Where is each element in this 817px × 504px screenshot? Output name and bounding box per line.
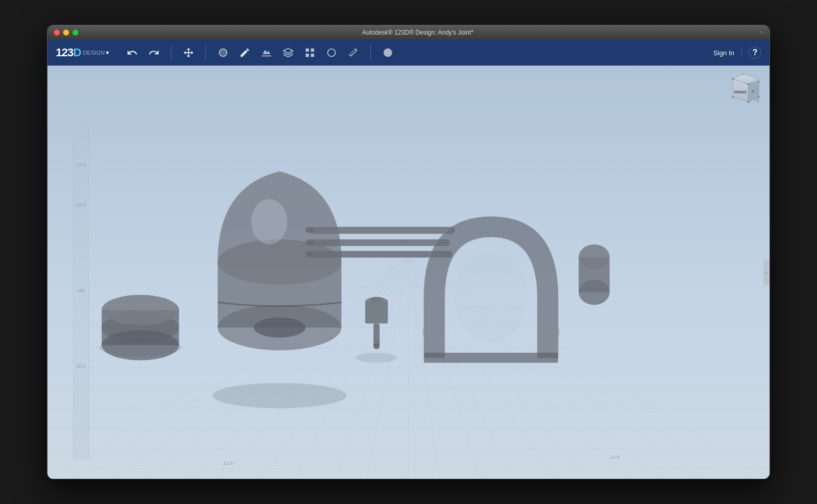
svg-rect-1	[306, 49, 309, 52]
svg-point-74	[99, 339, 182, 357]
logo-area: 123D DESIGN ▾	[56, 46, 109, 59]
svg-point-67	[422, 324, 441, 342]
svg-point-52	[251, 199, 287, 245]
svg-point-64	[373, 343, 380, 350]
svg-point-57	[305, 227, 313, 233]
window-title: Autodesk® 123D® Design: Andy's Joint*	[78, 29, 757, 36]
svg-text:12.5: 12.5	[610, 454, 620, 460]
svg-rect-54	[310, 227, 455, 234]
svg-text:62.5: 62.5	[76, 364, 86, 369]
svg-rect-55	[310, 240, 450, 246]
right-panel-handle[interactable]: ‹	[763, 259, 769, 285]
logo-dropdown[interactable]: ▾	[106, 49, 109, 56]
svg-point-71	[579, 244, 610, 270]
svg-point-72	[213, 383, 347, 408]
svg-point-59	[305, 251, 313, 257]
sketch-button[interactable]	[236, 45, 254, 60]
help-button[interactable]: ?	[749, 46, 761, 59]
material-button[interactable]	[379, 45, 397, 60]
measure-button[interactable]	[344, 45, 362, 60]
svg-point-68	[541, 324, 560, 342]
title-bar: Autodesk® 123D® Design: Andy's Joint* ⤡	[48, 25, 769, 40]
svg-rect-63	[373, 324, 380, 346]
transform-tool-button[interactable]	[180, 45, 197, 60]
divider-1	[171, 45, 171, 60]
svg-rect-4	[311, 54, 314, 57]
svg-point-62	[369, 297, 384, 302]
grid-canvas: 12.5 22.5 M0 62.5 12.5 12.5	[48, 66, 769, 479]
svg-point-85	[758, 81, 760, 83]
application-window: Autodesk® 123D® Design: Andy's Joint* ⤡ …	[47, 25, 770, 479]
resize-icon[interactable]: ⤡	[757, 29, 763, 36]
svg-point-88	[747, 101, 749, 103]
toolbar: 123D DESIGN ▾	[48, 40, 769, 66]
sign-in-button[interactable]: Sign In	[713, 49, 734, 57]
svg-point-89	[758, 96, 760, 98]
logo-text: 123D	[56, 46, 81, 59]
svg-text:12.5: 12.5	[76, 162, 86, 167]
redo-button[interactable]	[145, 45, 163, 60]
svg-rect-2	[311, 49, 314, 52]
svg-point-87	[732, 96, 734, 98]
svg-text:FRONT: FRONT	[734, 90, 747, 94]
window-controls	[54, 29, 78, 36]
svg-text:M0: M0	[78, 288, 85, 293]
maximize-button[interactable]	[72, 29, 78, 36]
construct-button[interactable]	[258, 45, 275, 60]
logo-design-label: DESIGN	[83, 50, 105, 56]
svg-text:22.5: 22.5	[76, 202, 86, 208]
divider-2	[206, 45, 206, 60]
view-cube[interactable]: FRONT R	[725, 74, 761, 110]
minimize-button[interactable]	[63, 29, 69, 36]
svg-rect-3	[306, 54, 309, 57]
svg-point-53	[254, 318, 305, 338]
close-button[interactable]	[54, 29, 60, 36]
svg-point-73	[356, 353, 397, 363]
divider-3	[370, 45, 371, 60]
toolbar-right: Sign In | ?	[713, 46, 761, 59]
box-shape-button[interactable]	[279, 45, 297, 60]
svg-point-66	[455, 252, 527, 343]
primitives-button[interactable]	[214, 45, 232, 60]
svg-point-84	[747, 83, 749, 85]
svg-point-83	[732, 78, 734, 80]
svg-rect-65	[424, 353, 558, 363]
svg-point-58	[305, 240, 313, 246]
pattern-button[interactable]	[301, 45, 319, 60]
svg-point-48	[102, 295, 179, 325]
modify-button[interactable]	[323, 45, 340, 60]
viewport[interactable]: 12.5 22.5 M0 62.5 12.5 12.5	[48, 66, 769, 479]
undo-button[interactable]	[123, 45, 141, 60]
svg-text:12.5: 12.5	[223, 460, 233, 466]
